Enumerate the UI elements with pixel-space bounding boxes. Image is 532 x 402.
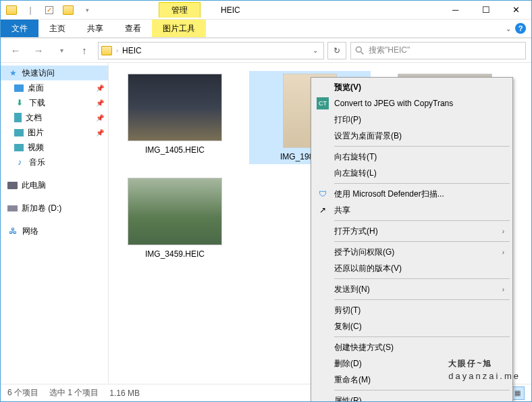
address-bar[interactable]: › HEIC ⌄ — [98, 42, 324, 59]
back-button[interactable]: ← — [6, 42, 25, 59]
sidebar-item-videos[interactable]: 视频 — [1, 140, 108, 155]
selection-size: 1.16 MB — [109, 388, 140, 398]
shield-icon: 🛡 — [317, 188, 329, 200]
search-placeholder: 搜索"HEIC" — [369, 45, 410, 56]
pc-icon — [7, 182, 18, 189]
cm-delete[interactable]: 删除(D) — [313, 355, 511, 372]
file-tab[interactable]: 文件 — [1, 20, 38, 37]
refresh-button[interactable]: ↻ — [327, 42, 346, 59]
submenu-arrow-icon: › — [502, 228, 504, 235]
cm-cut[interactable]: 剪切(T) — [313, 302, 511, 318]
ribbon-collapse-icon[interactable]: ⌄ — [506, 25, 511, 32]
pin-icon: 📌 — [96, 99, 104, 107]
cm-rotate-left[interactable]: 向左旋转(L) — [313, 165, 511, 181]
file-name: IMG_3459.HEIC — [145, 249, 205, 259]
sidebar-drive[interactable]: 新加卷 (D:) — [1, 201, 108, 216]
window-title: HEIC — [221, 5, 240, 15]
address-path: HEIC — [122, 46, 310, 55]
network-label: 网络 — [22, 226, 38, 237]
network-icon: 🖧 — [7, 226, 18, 236]
title-bar: | ✓ ▾ 管理 HEIC ─ ☐ ✕ — [1, 1, 531, 20]
navigation-bar: ← → ▾ ↑ › HEIC ⌄ ↻ 搜索"HEIC" — [1, 39, 531, 63]
sidebar-item-label: 音乐 — [29, 157, 45, 168]
search-icon — [355, 46, 365, 55]
sidebar-item-downloads[interactable]: ⬇ 下载 📌 — [1, 95, 108, 110]
cm-set-wallpaper[interactable]: 设置为桌面背景(B) — [313, 128, 511, 144]
sidebar-item-label: 视频 — [28, 142, 44, 153]
minimize-button[interactable]: ─ — [440, 1, 471, 20]
qat-dropdown[interactable]: ▾ — [79, 3, 95, 18]
folder-icon[interactable] — [3, 3, 20, 18]
sidebar-this-pc[interactable]: 此电脑 — [1, 178, 108, 193]
submenu-arrow-icon: › — [502, 286, 504, 293]
cm-rename[interactable]: 重命名(M) — [313, 372, 511, 388]
cm-copy[interactable]: 复制(C) — [313, 318, 511, 334]
sidebar-network[interactable]: 🖧 网络 — [1, 224, 108, 238]
address-chevron-icon: › — [116, 47, 118, 54]
tab-picture-tools[interactable]: 图片工具 — [152, 20, 206, 37]
file-item[interactable]: IMG_3459.HEIC — [114, 175, 236, 261]
sidebar-item-documents[interactable]: 文档 📌 — [1, 110, 108, 125]
cm-defender-scan[interactable]: 🛡使用 Microsoft Defender扫描... — [313, 186, 511, 202]
copytrans-icon: CT — [317, 97, 329, 109]
close-button[interactable]: ✕ — [501, 1, 531, 20]
cm-properties[interactable]: 属性(R) — [313, 393, 511, 402]
cm-share[interactable]: ↗共享 — [313, 202, 511, 218]
address-folder-icon — [101, 46, 112, 55]
context-menu: 预览(V) CTConvert to JPEG with CopyTrans 打… — [311, 77, 513, 402]
manage-tab-label: 管理 — [159, 2, 201, 18]
item-count: 6 个项目 — [7, 387, 38, 399]
download-icon: ⬇ — [14, 97, 25, 108]
pin-icon: 📌 — [96, 84, 104, 92]
cm-open-with[interactable]: 打开方式(H)› — [313, 223, 511, 239]
quick-access-toolbar: | ✓ ▾ — [1, 3, 98, 18]
qat-separator: | — [22, 3, 38, 18]
cm-create-shortcut[interactable]: 创建快捷方式(S) — [313, 339, 511, 355]
qat-folder-icon[interactable] — [60, 3, 76, 18]
sidebar-quick-access[interactable]: ★ 快速访问 — [1, 66, 108, 80]
cm-previous-versions[interactable]: 还原以前的版本(V) — [313, 260, 511, 276]
recent-dropdown[interactable]: ▾ — [52, 42, 71, 59]
tab-view[interactable]: 查看 — [114, 20, 152, 37]
sidebar-item-label: 文档 — [26, 112, 42, 124]
ribbon: 文件 主页 共享 查看 图片工具 ⌄ ? — [1, 20, 531, 39]
window-controls: ─ ☐ ✕ — [440, 1, 531, 20]
submenu-arrow-icon: › — [502, 249, 504, 256]
pin-icon: 📌 — [96, 114, 104, 122]
help-icon[interactable]: ? — [515, 23, 526, 34]
cm-preview[interactable]: 预览(V) — [313, 79, 511, 95]
sidebar-item-music[interactable]: ♪ 音乐 — [1, 155, 108, 170]
cm-send-to[interactable]: 发送到(N)› — [313, 281, 511, 297]
picture-icon — [14, 129, 24, 136]
sidebar-item-label: 桌面 — [28, 82, 44, 94]
tab-share[interactable]: 共享 — [76, 20, 114, 37]
quick-access-label: 快速访问 — [22, 68, 55, 79]
sidebar-item-label: 下载 — [29, 97, 45, 109]
file-name: IMG_1405.HEIC — [145, 145, 205, 155]
properties-checkbox[interactable]: ✓ — [41, 3, 57, 18]
file-thumbnail — [128, 74, 222, 141]
sidebar-item-desktop[interactable]: 桌面 📌 — [1, 80, 108, 95]
file-thumbnail — [128, 178, 222, 245]
document-icon — [14, 113, 22, 122]
cm-print[interactable]: 打印(P) — [313, 111, 511, 128]
maximize-button[interactable]: ☐ — [471, 1, 501, 20]
contextual-tab-group: 管理 — [159, 2, 201, 18]
address-dropdown-icon[interactable]: ⌄ — [310, 47, 321, 54]
forward-button[interactable]: → — [29, 42, 48, 59]
this-pc-label: 此电脑 — [22, 180, 46, 191]
cm-rotate-right[interactable]: 向右旋转(T) — [313, 149, 511, 165]
tab-home[interactable]: 主页 — [38, 20, 76, 37]
drive-label: 新加卷 (D:) — [22, 203, 61, 214]
search-input[interactable]: 搜索"HEIC" — [350, 42, 526, 59]
cm-convert-jpeg[interactable]: CTConvert to JPEG with CopyTrans — [313, 95, 511, 111]
music-icon: ♪ — [14, 157, 25, 168]
up-button[interactable]: ↑ — [75, 42, 94, 59]
cm-grant-access[interactable]: 授予访问权限(G)› — [313, 244, 511, 260]
svg-point-0 — [356, 47, 361, 52]
sidebar-item-pictures[interactable]: 图片 📌 — [1, 125, 108, 140]
star-icon: ★ — [7, 68, 18, 78]
navigation-pane: ★ 快速访问 桌面 📌 ⬇ 下载 📌 文档 📌 图片 📌 视频 ♪ — [1, 63, 109, 383]
file-item[interactable]: IMG_1405.HEIC — [114, 71, 236, 164]
svg-line-1 — [361, 51, 364, 54]
